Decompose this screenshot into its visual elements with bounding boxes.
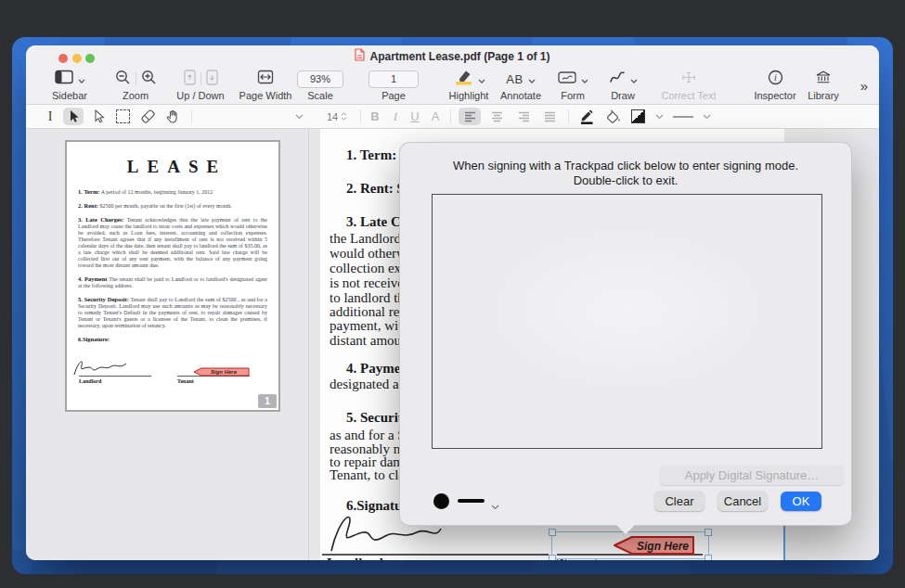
dialog-instruction-line1: When signing with a Trackpad click below… bbox=[400, 159, 851, 173]
selection-handle[interactable] bbox=[705, 529, 712, 536]
page-thumbnail[interactable]: LEASE 1. Term: A period of 12 months, be… bbox=[65, 140, 280, 412]
chevron-down-icon bbox=[295, 114, 304, 120]
text-tool-button[interactable]: I bbox=[43, 108, 58, 125]
font-size-stepper[interactable]: 14 bbox=[321, 108, 353, 125]
line-icon bbox=[673, 116, 693, 118]
correct-text-button: Correct Text bbox=[654, 69, 723, 101]
form-button[interactable]: Form bbox=[545, 69, 601, 101]
thumbnail-lease-item: 4. Payment The tenant shall be paid to L… bbox=[78, 275, 267, 289]
main-toolbar: Sidebar Zoom Up / Do bbox=[26, 67, 879, 105]
app-window: Apartment Lease.pdf (Page 1 of 1) Sideba… bbox=[26, 45, 879, 560]
opacity-button[interactable] bbox=[628, 108, 647, 125]
chevron-down-icon bbox=[703, 114, 711, 120]
thumbnail-body-text: 1. Term: A period of 12 months, beginnin… bbox=[78, 188, 267, 343]
page-up-button[interactable] bbox=[184, 70, 196, 89]
page-width-icon bbox=[257, 70, 274, 88]
thumbnail-lease-item: 5. Security Deposit: Tenant shall pay to… bbox=[78, 296, 267, 329]
select-annotation-tool-button[interactable] bbox=[88, 108, 109, 125]
annotate-button[interactable]: AB Annotate bbox=[490, 69, 551, 101]
apply-digital-signature-button: Apply Digital Signature… bbox=[660, 466, 844, 485]
svg-text:i: i bbox=[774, 72, 777, 83]
highlighter-icon bbox=[453, 69, 473, 89]
sidebar-divider bbox=[308, 129, 309, 560]
form-field-icon bbox=[558, 70, 576, 88]
page-down-button[interactable] bbox=[206, 70, 218, 89]
align-center-icon bbox=[491, 111, 503, 122]
select-tool-button[interactable] bbox=[63, 108, 84, 125]
stepper-arrows-icon bbox=[341, 112, 347, 121]
thumbnail-lease-item: 2. Rent: $2500 per month, payable on the… bbox=[78, 202, 267, 210]
align-justify-button[interactable] bbox=[538, 108, 561, 125]
chevron-down-icon[interactable] bbox=[630, 70, 638, 87]
draw-squiggle-icon bbox=[609, 70, 626, 88]
align-right-icon bbox=[518, 111, 530, 122]
divider bbox=[200, 72, 201, 85]
sign-here-flag[interactable]: Sign Here bbox=[613, 534, 698, 556]
selection-handle[interactable] bbox=[705, 555, 712, 560]
pen-icon bbox=[579, 109, 594, 124]
stroke-color-button[interactable] bbox=[577, 108, 596, 125]
ink-color-swatch[interactable] bbox=[433, 493, 449, 509]
thumbnail-lease-title: LEASE bbox=[86, 157, 267, 177]
font-family-dropdown[interactable] bbox=[291, 108, 306, 125]
chevron-down-icon[interactable] bbox=[528, 70, 536, 87]
divider bbox=[136, 72, 136, 85]
cursor-arrow-icon bbox=[67, 109, 80, 123]
sidebar-button[interactable]: Sidebar bbox=[37, 69, 102, 101]
draw-button[interactable]: Draw bbox=[598, 69, 648, 101]
screenshot-frame: Apartment Lease.pdf (Page 1 of 1) Sideba… bbox=[0, 0, 905, 588]
signature-drawing-canvas[interactable] bbox=[432, 194, 822, 449]
paint-bucket-icon bbox=[605, 109, 621, 124]
pdf-file-icon bbox=[355, 48, 365, 65]
page-width-button[interactable]: Page Width bbox=[232, 69, 299, 101]
italic-button[interactable]: I bbox=[388, 108, 403, 125]
scale-control: 93% Scale bbox=[292, 69, 348, 101]
svg-text:Sign Here: Sign Here bbox=[637, 540, 689, 553]
chevron-down-icon[interactable] bbox=[581, 70, 588, 87]
cursor-arrow-outline-icon bbox=[92, 109, 105, 123]
page-number-field[interactable]: 1 bbox=[368, 70, 419, 88]
thumbnail-lease-item: 6.Signature: bbox=[78, 336, 267, 343]
align-left-icon bbox=[464, 111, 476, 122]
fill-color-button[interactable] bbox=[602, 108, 623, 125]
opacity-dropdown[interactable] bbox=[653, 108, 666, 125]
hand-tool-button[interactable] bbox=[162, 108, 183, 125]
dialog-instruction-line2: Double-click to exit. bbox=[400, 173, 851, 187]
align-left-button[interactable] bbox=[459, 108, 481, 125]
selection-handle[interactable] bbox=[549, 529, 556, 536]
bold-button[interactable]: B bbox=[368, 108, 382, 125]
stroke-thickness-preview[interactable] bbox=[458, 499, 485, 503]
zoom-out-button[interactable] bbox=[115, 70, 131, 89]
landlord-label: Landlord bbox=[327, 556, 383, 560]
chevron-down-icon[interactable] bbox=[478, 70, 485, 87]
thumbnail-lease-item: 3. Late Charges: Tenant acknowledges tha… bbox=[78, 216, 267, 269]
stroke-width-dropdown[interactable] bbox=[700, 108, 713, 125]
opacity-swatch-icon bbox=[631, 109, 645, 123]
stroke-width-preview[interactable] bbox=[672, 108, 694, 125]
zoom-in-button[interactable] bbox=[141, 70, 157, 89]
chevron-down-icon bbox=[655, 114, 664, 120]
align-right-button[interactable] bbox=[512, 108, 535, 125]
eraser-tool-button[interactable] bbox=[137, 108, 158, 125]
selection-handle[interactable] bbox=[549, 555, 556, 560]
svg-text:Sign Here: Sign Here bbox=[211, 369, 238, 375]
align-center-button[interactable] bbox=[485, 108, 508, 125]
scale-value-field[interactable]: 93% bbox=[297, 70, 343, 88]
info-circle-icon: i bbox=[768, 70, 783, 89]
window-title: Apartment Lease.pdf (Page 1 of 1) bbox=[369, 50, 549, 63]
toolbar-overflow-button[interactable]: » bbox=[860, 78, 866, 94]
library-button[interactable]: Library bbox=[795, 69, 851, 101]
inspector-button[interactable]: i Inspector bbox=[747, 69, 803, 101]
correct-text-icon bbox=[679, 70, 698, 88]
cancel-button[interactable]: Cancel bbox=[718, 492, 768, 511]
font-color-button[interactable]: A bbox=[428, 108, 443, 125]
thumbnail-landlord-label: Landlord bbox=[79, 378, 101, 384]
chevron-down-icon[interactable] bbox=[491, 497, 499, 514]
page-updown-controls: Up / Down bbox=[168, 69, 233, 101]
underline-button[interactable]: U bbox=[407, 108, 422, 125]
marquee-select-button[interactable] bbox=[113, 108, 132, 125]
hand-icon bbox=[165, 109, 180, 124]
align-justify-icon bbox=[544, 111, 556, 122]
ok-button[interactable]: OK bbox=[781, 492, 821, 511]
clear-button[interactable]: Clear bbox=[654, 492, 705, 511]
